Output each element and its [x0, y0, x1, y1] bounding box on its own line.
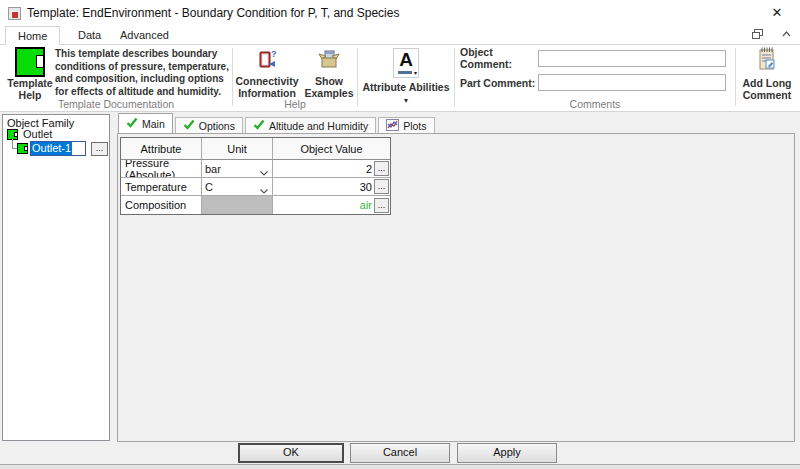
attribute-label: Temperature	[121, 178, 202, 196]
table-row-temperature: Temperature C 30 ...	[121, 178, 390, 196]
tab-options-label: Options	[199, 120, 235, 132]
attribute-abilities-button[interactable]: A ▾ Attribute Abilities ▾	[358, 48, 454, 105]
object-comment-label: Object Comment:	[460, 46, 538, 70]
tab-page-main: Attribute Unit Object Value Pressure (Ab…	[117, 133, 795, 442]
check-icon	[253, 119, 265, 132]
unit-value: bar	[205, 163, 221, 175]
tab-main-label: Main	[142, 118, 165, 130]
outlet-1-ellipsis-button[interactable]: ...	[91, 142, 108, 156]
tab-main[interactable]: Main	[118, 113, 173, 133]
attribute-abilities-icon: A ▾	[393, 48, 419, 78]
outlet-component-icon	[15, 47, 45, 77]
composition-value-field[interactable]: air	[273, 199, 374, 211]
chevron-down-icon	[260, 166, 268, 178]
table-row-composition: Composition air ...	[121, 196, 390, 214]
tab-options[interactable]: Options	[175, 117, 243, 133]
ribbon-tab-advanced[interactable]: Advanced	[108, 26, 181, 45]
connectivity-book-icon: ?	[256, 48, 278, 72]
group-help: ? Connectivity Information	[233, 45, 357, 111]
add-long-comment-button[interactable]: Add Long Comment	[736, 46, 798, 101]
collapse-ribbon-icon[interactable]	[781, 29, 792, 39]
title-bar: Template: EndEnvironment - Boundary Cond…	[0, 0, 800, 26]
part-comment-input[interactable]	[538, 74, 726, 91]
tree-item-name-selected-text: Outlet-1	[31, 142, 72, 155]
outlet-1-node-icon	[17, 143, 28, 154]
header-object-value: Object Value	[273, 138, 390, 160]
attribute-table: Attribute Unit Object Value Pressure (Ab…	[120, 137, 391, 215]
dialog-client-area: Object Family Outlet Outlet-1 ... Main	[0, 112, 800, 443]
check-icon	[183, 119, 195, 132]
composition-ellipsis-button[interactable]: ...	[374, 198, 389, 213]
close-icon[interactable]: ✕	[766, 3, 788, 23]
value-cell: air ...	[273, 196, 390, 214]
value-cell: 30 ...	[273, 178, 390, 196]
header-unit: Unit	[202, 138, 273, 160]
object-family-panel: Object Family Outlet Outlet-1 ...	[2, 114, 110, 441]
unit-cell: bar	[202, 160, 273, 178]
examples-box-icon	[318, 48, 340, 72]
notepad-icon	[757, 46, 777, 74]
composition-unit-disabled	[202, 196, 272, 214]
group-label-template-documentation: Template Documentation	[0, 98, 232, 110]
chevron-down-icon	[260, 184, 268, 196]
connectivity-information-label: Connectivity Information	[236, 75, 299, 99]
add-long-comment-label: Add Long Comment	[736, 77, 798, 101]
check-icon	[126, 117, 138, 130]
unit-cell	[202, 196, 273, 214]
dialog-button-bar: OK Cancel Apply	[0, 443, 800, 464]
part-comment-label: Part Comment:	[460, 77, 538, 89]
pressure-value-field[interactable]: 2	[273, 163, 374, 175]
template-dialog-window: Template: EndEnvironment - Boundary Cond…	[0, 0, 800, 469]
window-bottom-edge	[0, 464, 800, 469]
ok-button[interactable]: OK	[238, 443, 344, 463]
group-add-long-comment: Add Long Comment	[736, 45, 798, 111]
pressure-ellipsis-button[interactable]: ...	[374, 161, 389, 176]
group-label-help: Help	[233, 98, 357, 110]
ribbon-display-options-icon[interactable]	[752, 29, 763, 39]
cancel-button[interactable]: Cancel	[350, 443, 450, 463]
object-comment-input[interactable]	[538, 50, 726, 67]
tab-plots-label: Plots	[403, 120, 426, 132]
tab-altitude-and-humidity[interactable]: Altitude and Humidity	[245, 117, 376, 133]
tree-item-outlet-label: Outlet	[23, 128, 52, 140]
tree-item-outlet-1[interactable]: Outlet-1 ...	[17, 141, 108, 156]
group-template-documentation: Template Help This template describes bo…	[0, 45, 232, 111]
group-attribute-abilities: A ▾ Attribute Abilities ▾	[358, 45, 454, 111]
group-comments: Object Comment: Part Comment: Comments	[455, 45, 735, 111]
tab-altitude-label: Altitude and Humidity	[269, 120, 368, 132]
template-help-button[interactable]: Template Help	[6, 47, 54, 105]
template-description: This template describes boundary conditi…	[55, 48, 229, 98]
header-attribute: Attribute	[121, 138, 202, 160]
unit-value: C	[205, 181, 213, 193]
show-examples-label: Show Examples	[304, 75, 354, 99]
page-tab-strip: Main Options Altitude and Humidity Plots	[118, 114, 435, 133]
ribbon-body: Template Help This template describes bo…	[0, 45, 800, 112]
temperature-value-field[interactable]: 30	[273, 181, 374, 193]
main-panel: Main Options Altitude and Humidity Plots	[117, 113, 796, 442]
tab-plots[interactable]: Plots	[378, 117, 434, 133]
temperature-unit-combobox[interactable]: C	[202, 178, 272, 195]
apply-button[interactable]: Apply	[457, 443, 557, 463]
table-row-pressure: Pressure (Absolute) bar 2 ...	[121, 160, 390, 178]
group-label-comments: Comments	[455, 98, 735, 110]
chart-icon	[386, 119, 399, 133]
ribbon-tab-strip: Home Data Advanced	[0, 26, 800, 45]
attribute-label: Pressure (Absolute)	[121, 160, 202, 178]
unit-cell: C	[202, 178, 273, 196]
value-cell: 2 ...	[273, 160, 390, 178]
svg-text:?: ?	[271, 49, 277, 59]
ribbon-tab-data[interactable]: Data	[66, 26, 113, 45]
attribute-abilities-label: Attribute Abilities	[362, 81, 449, 93]
connectivity-information-button[interactable]: ? Connectivity Information	[236, 48, 298, 99]
temperature-ellipsis-button[interactable]: ...	[374, 179, 389, 194]
attribute-label: Composition	[121, 196, 202, 214]
outlet-node-icon	[7, 129, 18, 140]
table-header-row: Attribute Unit Object Value	[121, 138, 390, 160]
pressure-unit-combobox[interactable]: bar	[202, 160, 272, 177]
show-examples-button[interactable]: Show Examples	[304, 48, 354, 99]
dropdown-arrow-icon: ▾	[404, 96, 408, 105]
tree-item-name-input[interactable]: Outlet-1	[30, 141, 86, 156]
ribbon-tab-home[interactable]: Home	[5, 26, 60, 45]
window-title: Template: EndEnvironment - Boundary Cond…	[27, 6, 399, 20]
app-icon	[8, 7, 21, 20]
